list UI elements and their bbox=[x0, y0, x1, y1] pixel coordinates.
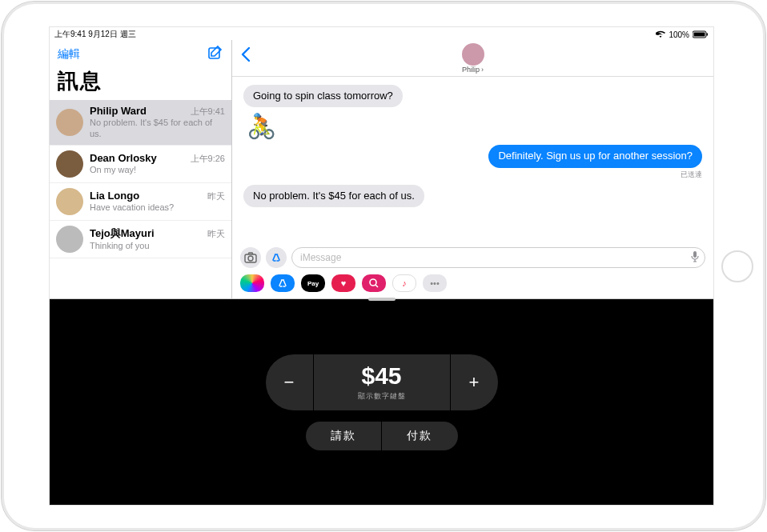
conversation-name: Tejo與Mayuri bbox=[90, 226, 155, 241]
conversation-time: 昨天 bbox=[207, 190, 225, 202]
message-input-row: iMessage bbox=[232, 244, 713, 271]
images-app-icon[interactable] bbox=[362, 274, 386, 292]
svg-rect-6 bbox=[693, 251, 697, 258]
wifi-icon bbox=[656, 30, 665, 38]
chevron-right-icon: › bbox=[481, 66, 484, 74]
compose-button[interactable] bbox=[207, 45, 223, 64]
appstore-app-icon[interactable] bbox=[271, 274, 295, 292]
camera-button[interactable] bbox=[240, 247, 261, 268]
avatar bbox=[56, 226, 83, 253]
chat-header: Philip › bbox=[232, 40, 713, 77]
svg-point-5 bbox=[248, 256, 253, 261]
message-input[interactable]: iMessage bbox=[291, 247, 705, 268]
svg-point-7 bbox=[370, 279, 376, 286]
battery-icon bbox=[693, 30, 709, 38]
more-apps-button[interactable]: ••• bbox=[423, 274, 447, 292]
edit-button[interactable]: 編輯 bbox=[58, 47, 80, 62]
delivered-status: 已送達 bbox=[681, 170, 702, 180]
conversation-name: Lia Longo bbox=[90, 190, 139, 202]
amount-value: $45 bbox=[361, 362, 401, 390]
status-time-date: 上午9:41 9月12日 週三 bbox=[54, 29, 136, 40]
avatar bbox=[56, 188, 83, 215]
ipad-frame: 上午9:41 9月12日 週三 100% 編輯 bbox=[1, 1, 766, 531]
svg-rect-2 bbox=[707, 34, 709, 36]
applepay-panel: − $45 顯示數字鍵盤 + 請款 付款 bbox=[50, 299, 713, 505]
screen: 上午9:41 9月12日 週三 100% 編輯 bbox=[49, 26, 714, 506]
conversation-preview: Thinking of you bbox=[90, 241, 225, 252]
digitaltouch-app-icon[interactable]: ♥ bbox=[331, 274, 355, 292]
conversation-name: Dean Orlosky bbox=[90, 152, 157, 164]
request-button[interactable]: 請款 bbox=[306, 422, 382, 450]
conversation-time: 昨天 bbox=[207, 228, 225, 240]
conversation-time: 上午9:26 bbox=[191, 153, 225, 165]
amount-row: − $45 顯示數字鍵盤 + bbox=[266, 354, 498, 410]
chat-pane: Philip › Going to spin class tomorrow? 🚴… bbox=[232, 40, 713, 298]
home-button[interactable] bbox=[721, 250, 753, 282]
increase-amount-button[interactable]: + bbox=[450, 354, 498, 410]
conversation-preview: On my way! bbox=[90, 165, 225, 176]
sidebar-title: 訊息 bbox=[50, 64, 231, 100]
message-outgoing[interactable]: Definitely. Sign us up for another sessi… bbox=[488, 145, 702, 167]
chat-body[interactable]: Going to spin class tomorrow? 🚴 Definite… bbox=[232, 77, 713, 244]
conversation-row[interactable]: Philip Ward 上午9:41 No problem. It's $45 … bbox=[50, 100, 231, 146]
app-drawer-handle[interactable] bbox=[368, 298, 396, 301]
mic-icon[interactable] bbox=[690, 250, 700, 266]
message-emoji[interactable]: 🚴 bbox=[247, 112, 276, 140]
keypad-hint: 顯示數字鍵盤 bbox=[358, 391, 406, 402]
message-incoming[interactable]: No problem. It's $45 for each of us. bbox=[243, 185, 424, 207]
conversation-preview: Have vacation ideas? bbox=[90, 202, 225, 214]
applepay-app-icon[interactable]: Pay bbox=[301, 274, 325, 292]
decrease-amount-button[interactable]: − bbox=[266, 354, 314, 410]
contact-avatar bbox=[462, 43, 484, 66]
status-bar: 上午9:41 9月12日 週三 100% bbox=[50, 27, 713, 40]
avatar bbox=[56, 150, 83, 178]
conversation-sidebar: 編輯 訊息 Philip Ward 上午9:41 N bbox=[50, 40, 232, 298]
conversation-list[interactable]: Philip Ward 上午9:41 No problem. It's $45 … bbox=[50, 100, 231, 298]
conversation-time: 上午9:41 bbox=[191, 106, 225, 118]
contact-name: Philip bbox=[462, 66, 480, 74]
app-strip: Pay ♥ ♪ ••• bbox=[232, 271, 713, 298]
message-incoming[interactable]: Going to spin class tomorrow? bbox=[243, 85, 403, 107]
music-app-icon[interactable]: ♪ bbox=[392, 274, 416, 292]
avatar bbox=[56, 109, 83, 136]
conversation-row[interactable]: Dean Orlosky 上午9:26 On my way! bbox=[50, 146, 231, 183]
contact-button[interactable]: Philip › bbox=[462, 43, 484, 74]
conversation-row[interactable]: Lia Longo 昨天 Have vacation ideas? bbox=[50, 183, 231, 221]
svg-rect-1 bbox=[694, 33, 705, 37]
back-button[interactable] bbox=[240, 46, 251, 66]
conversation-row[interactable]: Tejo與Mayuri 昨天 Thinking of you bbox=[50, 221, 231, 258]
message-placeholder: iMessage bbox=[300, 252, 341, 263]
pay-action-row: 請款 付款 bbox=[306, 422, 458, 450]
app-store-button[interactable] bbox=[266, 247, 287, 268]
conversation-preview: No problem. It's $45 for each of us. bbox=[90, 118, 225, 140]
conversation-name: Philip Ward bbox=[90, 105, 147, 117]
amount-display[interactable]: $45 顯示數字鍵盤 bbox=[314, 354, 450, 410]
photos-app-icon[interactable] bbox=[240, 274, 264, 292]
pay-button[interactable]: 付款 bbox=[382, 422, 458, 450]
battery-percent: 100% bbox=[669, 30, 689, 39]
